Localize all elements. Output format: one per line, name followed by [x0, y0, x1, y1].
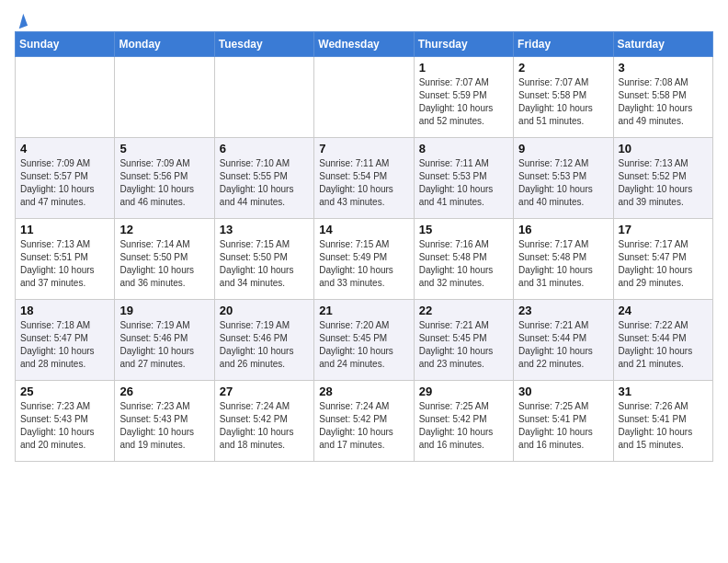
calendar-cell: 6Sunrise: 7:10 AMSunset: 5:55 PMDaylight… [214, 138, 313, 219]
calendar-cell: 22Sunrise: 7:21 AMSunset: 5:45 PMDayligh… [414, 300, 513, 381]
calendar-cell: 14Sunrise: 7:15 AMSunset: 5:49 PMDayligh… [314, 219, 414, 300]
weekday-header-thursday: Thursday [414, 32, 513, 57]
header [15, 15, 713, 24]
day-number: 25 [20, 385, 109, 398]
day-number: 6 [220, 142, 309, 155]
calendar-cell: 21Sunrise: 7:20 AMSunset: 5:45 PMDayligh… [314, 300, 414, 381]
calendar-cell: 15Sunrise: 7:16 AMSunset: 5:48 PMDayligh… [414, 219, 513, 300]
day-info: Sunrise: 7:21 AMSunset: 5:44 PMDaylight:… [518, 319, 608, 371]
day-number: 4 [20, 142, 109, 155]
calendar-cell: 19Sunrise: 7:19 AMSunset: 5:46 PMDayligh… [115, 300, 214, 381]
day-info: Sunrise: 7:19 AMSunset: 5:46 PMDaylight:… [220, 319, 309, 371]
day-info: Sunrise: 7:23 AMSunset: 5:43 PMDaylight:… [20, 400, 109, 452]
day-info: Sunrise: 7:24 AMSunset: 5:42 PMDaylight:… [319, 400, 408, 452]
day-number: 12 [119, 223, 209, 236]
day-info: Sunrise: 7:11 AMSunset: 5:53 PMDaylight:… [419, 157, 508, 209]
calendar-cell: 16Sunrise: 7:17 AMSunset: 5:48 PMDayligh… [514, 219, 613, 300]
day-number: 20 [220, 304, 309, 317]
day-info: Sunrise: 7:17 AMSunset: 5:47 PMDaylight:… [619, 238, 708, 290]
calendar-cell: 8Sunrise: 7:11 AMSunset: 5:53 PMDaylight… [414, 138, 513, 219]
calendar-cell [314, 57, 414, 138]
weekday-header-saturday: Saturday [613, 32, 712, 57]
day-number: 23 [518, 304, 608, 317]
day-number: 18 [20, 304, 109, 317]
calendar-cell: 10Sunrise: 7:13 AMSunset: 5:52 PMDayligh… [613, 138, 712, 219]
day-number: 22 [419, 304, 508, 317]
day-info: Sunrise: 7:15 AMSunset: 5:50 PMDaylight:… [220, 238, 309, 290]
day-info: Sunrise: 7:23 AMSunset: 5:43 PMDaylight:… [119, 400, 209, 452]
day-info: Sunrise: 7:26 AMSunset: 5:41 PMDaylight:… [619, 400, 708, 452]
day-number: 9 [518, 142, 608, 155]
day-number: 16 [518, 223, 608, 236]
day-number: 17 [619, 223, 708, 236]
calendar-cell: 27Sunrise: 7:24 AMSunset: 5:42 PMDayligh… [214, 381, 313, 462]
day-info: Sunrise: 7:22 AMSunset: 5:44 PMDaylight:… [619, 319, 708, 371]
calendar-cell: 25Sunrise: 7:23 AMSunset: 5:43 PMDayligh… [16, 381, 115, 462]
day-number: 30 [518, 385, 608, 398]
day-number: 5 [119, 142, 209, 155]
weekday-header-tuesday: Tuesday [214, 32, 313, 57]
weekday-header-sunday: Sunday [16, 32, 115, 57]
calendar-cell [214, 57, 313, 138]
calendar-cell: 7Sunrise: 7:11 AMSunset: 5:54 PMDaylight… [314, 138, 414, 219]
day-info: Sunrise: 7:25 AMSunset: 5:42 PMDaylight:… [419, 400, 508, 452]
day-number: 2 [518, 61, 608, 75]
day-info: Sunrise: 7:25 AMSunset: 5:41 PMDaylight:… [518, 400, 608, 452]
calendar-table: SundayMondayTuesdayWednesdayThursdayFrid… [15, 31, 713, 462]
day-number: 28 [319, 385, 408, 398]
day-number: 3 [619, 61, 708, 75]
calendar-cell: 30Sunrise: 7:25 AMSunset: 5:41 PMDayligh… [514, 381, 613, 462]
weekday-header-friday: Friday [514, 32, 613, 57]
calendar-cell: 29Sunrise: 7:25 AMSunset: 5:42 PMDayligh… [414, 381, 513, 462]
day-info: Sunrise: 7:19 AMSunset: 5:46 PMDaylight:… [119, 319, 209, 371]
calendar-cell: 12Sunrise: 7:14 AMSunset: 5:50 PMDayligh… [115, 219, 214, 300]
calendar-cell: 9Sunrise: 7:12 AMSunset: 5:53 PMDaylight… [514, 138, 613, 219]
weekday-header-wednesday: Wednesday [314, 32, 414, 57]
calendar-cell: 17Sunrise: 7:17 AMSunset: 5:47 PMDayligh… [613, 219, 712, 300]
calendar-cell: 13Sunrise: 7:15 AMSunset: 5:50 PMDayligh… [214, 219, 313, 300]
day-info: Sunrise: 7:11 AMSunset: 5:54 PMDaylight:… [319, 157, 408, 209]
day-number: 31 [619, 385, 708, 398]
logo [15, 15, 26, 24]
day-info: Sunrise: 7:17 AMSunset: 5:48 PMDaylight:… [518, 238, 608, 290]
calendar-cell: 2Sunrise: 7:07 AMSunset: 5:58 PMDaylight… [514, 57, 613, 138]
day-info: Sunrise: 7:07 AMSunset: 5:59 PMDaylight:… [419, 76, 508, 128]
day-number: 10 [619, 142, 708, 155]
calendar-cell: 28Sunrise: 7:24 AMSunset: 5:42 PMDayligh… [314, 381, 414, 462]
calendar-cell: 31Sunrise: 7:26 AMSunset: 5:41 PMDayligh… [613, 381, 712, 462]
calendar-cell: 1Sunrise: 7:07 AMSunset: 5:59 PMDaylight… [414, 57, 513, 138]
day-info: Sunrise: 7:10 AMSunset: 5:55 PMDaylight:… [220, 157, 309, 209]
day-info: Sunrise: 7:20 AMSunset: 5:45 PMDaylight:… [319, 319, 408, 371]
calendar-cell: 4Sunrise: 7:09 AMSunset: 5:57 PMDaylight… [16, 138, 115, 219]
day-number: 21 [319, 304, 408, 317]
logo-bird-icon [15, 14, 28, 29]
calendar-cell: 23Sunrise: 7:21 AMSunset: 5:44 PMDayligh… [514, 300, 613, 381]
calendar-cell: 26Sunrise: 7:23 AMSunset: 5:43 PMDayligh… [115, 381, 214, 462]
day-info: Sunrise: 7:15 AMSunset: 5:49 PMDaylight:… [319, 238, 408, 290]
day-number: 14 [319, 223, 408, 236]
calendar-cell: 11Sunrise: 7:13 AMSunset: 5:51 PMDayligh… [16, 219, 115, 300]
day-info: Sunrise: 7:16 AMSunset: 5:48 PMDaylight:… [419, 238, 508, 290]
calendar-cell [115, 57, 214, 138]
day-number: 29 [419, 385, 508, 398]
day-info: Sunrise: 7:13 AMSunset: 5:52 PMDaylight:… [619, 157, 708, 209]
calendar-cell: 20Sunrise: 7:19 AMSunset: 5:46 PMDayligh… [214, 300, 313, 381]
day-info: Sunrise: 7:07 AMSunset: 5:58 PMDaylight:… [518, 76, 608, 128]
day-info: Sunrise: 7:18 AMSunset: 5:47 PMDaylight:… [20, 319, 109, 371]
calendar-cell: 18Sunrise: 7:18 AMSunset: 5:47 PMDayligh… [16, 300, 115, 381]
day-info: Sunrise: 7:09 AMSunset: 5:57 PMDaylight:… [20, 157, 109, 209]
day-info: Sunrise: 7:24 AMSunset: 5:42 PMDaylight:… [220, 400, 309, 452]
calendar-cell: 24Sunrise: 7:22 AMSunset: 5:44 PMDayligh… [613, 300, 712, 381]
day-info: Sunrise: 7:08 AMSunset: 5:58 PMDaylight:… [619, 76, 708, 128]
calendar-cell: 3Sunrise: 7:08 AMSunset: 5:58 PMDaylight… [613, 57, 712, 138]
day-number: 24 [619, 304, 708, 317]
day-number: 19 [119, 304, 209, 317]
weekday-header-monday: Monday [115, 32, 214, 57]
calendar-cell: 5Sunrise: 7:09 AMSunset: 5:56 PMDaylight… [115, 138, 214, 219]
day-number: 15 [419, 223, 508, 236]
day-number: 11 [20, 223, 109, 236]
day-number: 26 [119, 385, 209, 398]
day-number: 1 [419, 61, 508, 75]
day-number: 8 [419, 142, 508, 155]
day-info: Sunrise: 7:13 AMSunset: 5:51 PMDaylight:… [20, 238, 109, 290]
